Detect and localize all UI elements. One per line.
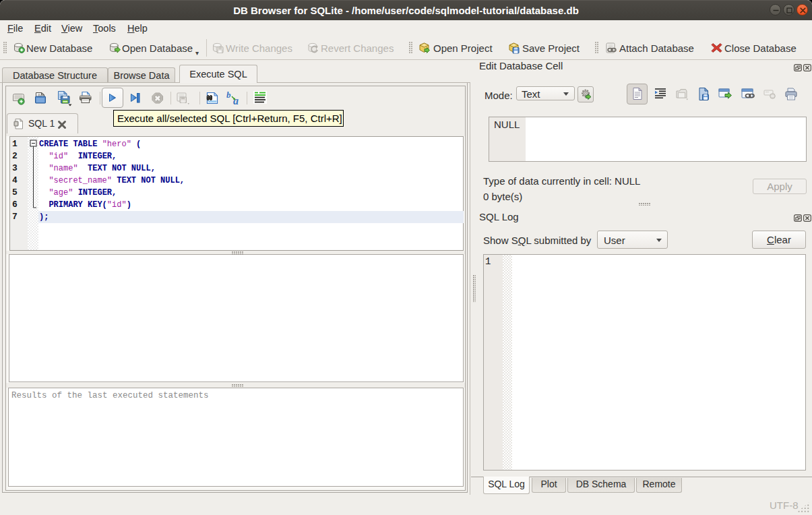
svg-text:b: b: [226, 91, 231, 100]
svg-text:a: a: [233, 95, 239, 105]
